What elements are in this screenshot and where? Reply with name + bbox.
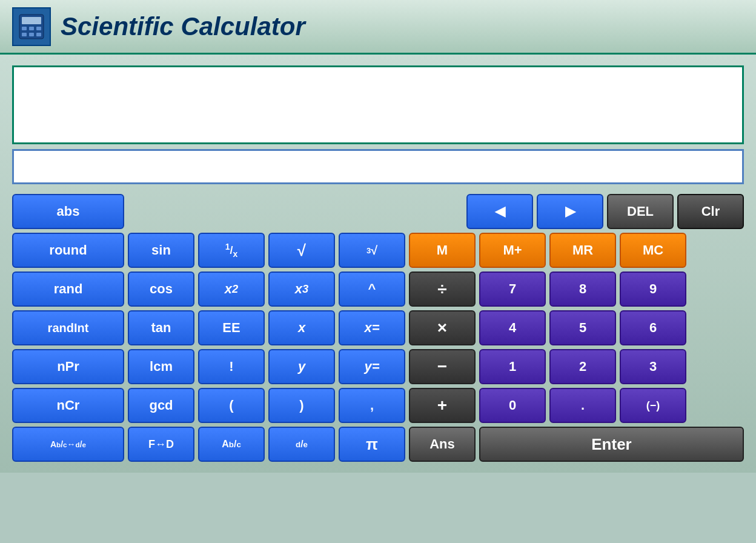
inv-label: 1/x [225,242,238,259]
row-5: nCr gcd ( ) , + 0 . (−) [12,388,744,423]
EE-button[interactable]: EE [198,310,265,345]
three-button[interactable]: 3 [620,349,686,384]
rparen-button[interactable]: ) [268,388,335,423]
rand-button[interactable]: rand [12,272,124,307]
abcde-button[interactable]: A b/c ↔ d/e [12,427,124,462]
ftod-button[interactable]: F↔D [128,427,194,462]
tan-button[interactable]: tan [128,310,194,345]
zero-button[interactable]: 0 [479,388,546,423]
seven-button[interactable]: 7 [479,272,546,307]
one-button[interactable]: 1 [479,349,546,384]
svg-rect-2 [22,27,27,30]
display-secondary[interactable] [12,149,744,184]
row-3: randInt tan EE x x= × 4 5 6 [12,310,744,345]
caret-button[interactable]: ^ [339,272,405,307]
x3-button[interactable]: x3 [268,272,335,307]
six-button[interactable]: 6 [620,310,686,345]
row-0: abs ◀ ▶ DEL Clr [12,194,744,229]
comma-button[interactable]: , [339,388,405,423]
five-button[interactable]: 5 [549,310,616,345]
title-bar: Scientific Calculator [0,0,756,55]
calculator-body: abs ◀ ▶ DEL Clr round sin 1/x √ 3√ M M+ … [0,55,756,473]
neg-button[interactable]: (−) [620,388,686,423]
nCr-button[interactable]: nCr [12,388,124,423]
plus-button[interactable]: + [409,388,476,423]
cos-button[interactable]: cos [128,272,194,307]
eight-button[interactable]: 8 [549,272,616,307]
y-var-button[interactable]: y [268,349,335,384]
sqrt-button[interactable]: √ [268,233,335,268]
M-button[interactable]: M [409,233,476,268]
row-2: rand cos x2 x3 ^ ÷ 7 8 9 [12,272,744,307]
sin-button[interactable]: sin [128,233,194,268]
minus-button[interactable]: − [409,349,476,384]
app-title: Scientific Calculator [61,12,305,41]
display-main[interactable] [12,65,744,144]
two-button[interactable]: 2 [549,349,616,384]
factorial-button[interactable]: ! [198,349,265,384]
row-6: A b/c ↔ d/e F↔D A b/c d/e π Ans Enter [12,427,744,462]
dot-button[interactable]: . [549,388,616,423]
randInt-button[interactable]: randInt [12,310,124,345]
Mplus-button[interactable]: M+ [479,233,546,268]
MC-button[interactable]: MC [620,233,686,268]
pi-button[interactable]: π [339,427,405,462]
y-eq-button[interactable]: y= [339,349,405,384]
gcd-button[interactable]: gcd [128,388,194,423]
round-button[interactable]: round [12,233,124,268]
MR-button[interactable]: MR [549,233,616,268]
calculator-icon [12,7,51,46]
cbrt-button[interactable]: 3√ [339,233,405,268]
svg-rect-5 [22,33,27,36]
de-button[interactable]: d/e [268,427,335,462]
abc-button[interactable]: A b/c [198,427,265,462]
x2-button[interactable]: x2 [198,272,265,307]
svg-rect-1 [22,17,41,24]
row-1: round sin 1/x √ 3√ M M+ MR MC [12,233,744,268]
ans-button[interactable]: Ans [409,427,476,462]
nine-button[interactable]: 9 [620,272,686,307]
del-button[interactable]: DEL [607,194,674,229]
inv-button[interactable]: 1/x [198,233,265,268]
enter-button[interactable]: Enter [479,427,744,462]
svg-rect-7 [36,33,41,36]
lcm-button[interactable]: lcm [128,349,194,384]
svg-rect-4 [36,27,41,30]
clr-button[interactable]: Clr [677,194,744,229]
nPr-button[interactable]: nPr [12,349,124,384]
button-area: abs ◀ ▶ DEL Clr round sin 1/x √ 3√ M M+ … [12,194,744,462]
svg-rect-3 [29,27,34,30]
four-button[interactable]: 4 [479,310,546,345]
svg-rect-6 [29,33,34,36]
right-arrow-button[interactable]: ▶ [537,194,603,229]
lparen-button[interactable]: ( [198,388,265,423]
x-var-button[interactable]: x [268,310,335,345]
row-4: nPr lcm ! y y= − 1 2 3 [12,349,744,384]
multiply-button[interactable]: × [409,310,476,345]
left-arrow-button[interactable]: ◀ [466,194,533,229]
x-eq-button[interactable]: x= [339,310,405,345]
abs-button[interactable]: abs [12,194,124,229]
divide-button[interactable]: ÷ [409,272,476,307]
